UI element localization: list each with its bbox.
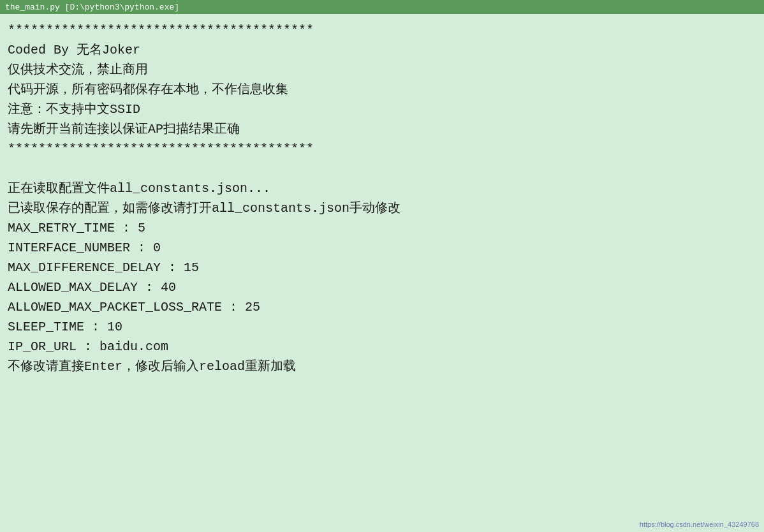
terminal-line: MAX_DIFFERENCE_DELAY : 15: [8, 258, 756, 277]
terminal-line: ****************************************: [8, 139, 756, 159]
terminal-line: Coded By 无名Joker: [8, 40, 756, 60]
title-bar-label: the_main.py [D:\python3\python.exe]: [5, 3, 179, 12]
terminal-line: 仅供技术交流，禁止商用: [8, 60, 756, 80]
terminal-line: ****************************************: [8, 20, 756, 40]
title-bar: the_main.py [D:\python3\python.exe]: [0, 0, 764, 14]
terminal-line: ALLOWED_MAX_DELAY : 40: [8, 277, 756, 297]
terminal-line: 不修改请直接Enter，修改后输入reload重新加载: [8, 357, 756, 376]
terminal-output: ****************************************…: [0, 14, 764, 532]
terminal-line: MAX_RETRY_TIME : 5: [8, 218, 756, 238]
terminal-line: [8, 159, 756, 179]
watermark: https://blog.csdn.net/weixin_43249768: [640, 521, 759, 528]
terminal-line: 请先断开当前连接以保证AP扫描结果正确: [8, 119, 756, 139]
terminal-line: SLEEP_TIME : 10: [8, 317, 756, 337]
terminal-line: 正在读取配置文件all_constants.json...: [8, 179, 756, 198]
terminal-line: IP_OR_URL : baidu.com: [8, 337, 756, 357]
terminal-line: ALLOWED_MAX_PACKET_LOSS_RATE : 25: [8, 297, 756, 317]
terminal-line: INTERFACE_NUMBER : 0: [8, 238, 756, 258]
terminal-line: 已读取保存的配置，如需修改请打开all_constants.json手动修改: [8, 198, 756, 218]
terminal-line: 代码开源，所有密码都保存在本地，不作信息收集: [8, 80, 756, 100]
terminal-line: 注意：不支持中文SSID: [8, 100, 756, 119]
